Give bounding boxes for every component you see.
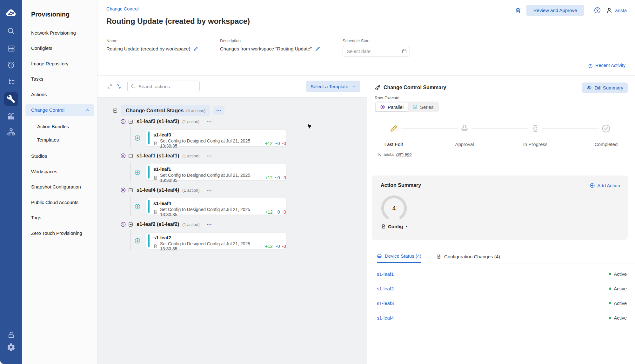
diff-modified: ~0 <box>275 141 280 146</box>
calendar-icon[interactable] <box>402 49 407 54</box>
action-card[interactable]: s1-leaf3 Set Config to Designed Config a… <box>146 129 286 146</box>
select-template-button[interactable]: Select a Template <box>306 81 360 92</box>
active-status-dot <box>609 302 611 304</box>
summary-title: Change Control Summary <box>384 85 446 90</box>
tree-connector <box>130 196 131 216</box>
sidebar-item-public-cloud-accounts[interactable]: Public Cloud Accounts <box>22 195 97 210</box>
action-card[interactable]: s1-leaf2 Set Config to Designed Config a… <box>146 232 286 249</box>
sidebar-item-change-control[interactable]: Change Control <box>25 104 94 116</box>
device-link[interactable]: s1-leaf1 <box>377 271 394 277</box>
sidebar-item-templates[interactable]: Templates <box>28 133 97 147</box>
collapse-root-icon[interactable] <box>113 108 117 113</box>
search-actions-input[interactable] <box>127 81 200 92</box>
edit-description-icon[interactable] <box>315 46 320 51</box>
edit-name-icon[interactable] <box>193 46 199 51</box>
device-row: s1-leaf2 Active <box>367 281 635 296</box>
root-stage-menu-button[interactable] <box>213 106 224 115</box>
series-action-icon <box>134 169 141 175</box>
collapse-stage-icon[interactable] <box>128 222 133 227</box>
stage-row: s1-leaf1 (s1-leaf1) (1 action) <box>120 150 367 161</box>
device-link[interactable]: s1-leaf4 <box>377 315 394 321</box>
network-hierarchy-icon[interactable] <box>7 77 16 86</box>
main-content: Change Control Routing Update (created b… <box>97 0 635 364</box>
action-accent-bar <box>148 200 150 213</box>
provisioning-wrench-icon[interactable] <box>6 94 16 104</box>
action-card[interactable]: s1-leaf4 Set Config to Designed Config a… <box>146 198 286 215</box>
stage-name[interactable]: s1-leaf1 (s1-leaf1) <box>137 153 179 159</box>
tab-device-status[interactable]: Device Status (4) <box>377 250 421 263</box>
review-and-approve-button[interactable]: Review and Approve <box>526 5 584 16</box>
search-actions-icon <box>130 84 136 89</box>
action-card[interactable]: s1-leaf1 Set Config to Designed Config a… <box>146 164 286 181</box>
search-icon[interactable] <box>7 27 16 36</box>
stage-name[interactable]: s1-leaf2 (s1-leaf2) <box>137 222 179 227</box>
sidebar-item-tags[interactable]: Tags <box>22 210 97 226</box>
device-link[interactable]: s1-leaf3 <box>377 301 394 306</box>
sidebar-item-image-repository[interactable]: Image Repository <box>22 56 97 71</box>
action-description: Set Config to Designed Config at Jul 21,… <box>160 138 261 149</box>
user-menu[interactable]: arista <box>606 7 627 14</box>
eye-icon <box>586 85 592 90</box>
root-stage-pill[interactable]: Change Control Stages (4 actions) <box>121 105 210 116</box>
config-legend-label: Config <box>388 224 403 229</box>
config-doc-icon <box>153 210 158 214</box>
sidebar-item-studios[interactable]: Studios <box>22 149 97 164</box>
sidebar-item-snapshot-configuration[interactable]: Snapshot Configuration <box>22 179 97 195</box>
sidebar-item-action-bundles[interactable]: Action Bundles <box>28 120 97 133</box>
help-icon[interactable] <box>594 7 601 14</box>
stage-count: (1 action) <box>182 222 199 227</box>
breadcrumb[interactable]: Change Control <box>106 6 139 11</box>
lock-icon[interactable] <box>7 331 16 340</box>
parallel-stage-icon <box>120 153 126 159</box>
device-row: s1-leaf4 Active <box>367 310 635 325</box>
config-legend: Config <box>381 224 407 229</box>
device-link[interactable]: s1-leaf2 <box>377 286 394 291</box>
device-status-list: s1-leaf1 Active s1-leaf2 Active s1-leaf3… <box>367 267 635 325</box>
diff-added: +12 <box>265 244 273 249</box>
stage-name[interactable]: s1-leaf3 (s1-leaf3) <box>137 119 179 124</box>
step-connector <box>542 129 599 129</box>
settings-gear-icon[interactable] <box>7 343 16 352</box>
sidebar-item-zero-touch-provisioning[interactable]: Zero Touch Provisioning <box>22 225 97 241</box>
series-option[interactable]: Series <box>408 103 438 111</box>
collapse-all-icon[interactable] <box>117 84 122 89</box>
collapse-stage-icon[interactable] <box>128 154 133 158</box>
events-alarm-icon[interactable] <box>7 61 16 69</box>
app-icon-rail <box>0 0 22 364</box>
collapse-stage-icon[interactable] <box>128 188 133 193</box>
stage-menu-button[interactable] <box>207 156 211 156</box>
sidebar-item-actions[interactable]: Actions <box>22 87 97 102</box>
recent-activity-link[interactable]: Recent Activity <box>588 63 625 68</box>
description-field: Description Changes from workspace "Rout… <box>220 38 343 56</box>
tree-connector <box>130 230 131 250</box>
topology-icon[interactable] <box>7 128 16 136</box>
diff-summary-button[interactable]: Diff Summary <box>582 83 628 93</box>
schedule-date-input[interactable] <box>343 46 410 56</box>
sidebar-item-network-provisioning[interactable]: Network Provisioning <box>22 25 97 41</box>
cloudvision-logo-icon[interactable] <box>5 8 17 18</box>
sidebar-item-tasks[interactable]: Tasks <box>22 71 97 87</box>
delete-icon[interactable] <box>515 7 522 14</box>
sidebar-item-configlets[interactable]: Configlets <box>22 41 97 56</box>
step-label: In Progress <box>510 142 561 147</box>
stage-count: (1 action) <box>182 154 199 158</box>
name-label: Name <box>106 38 220 43</box>
expand-all-icon[interactable] <box>107 84 112 89</box>
last-edit-time[interactable]: 28m ago <box>396 152 412 157</box>
collapse-stage-icon[interactable] <box>128 119 133 124</box>
stage-name[interactable]: s1-leaf4 (s1-leaf4) <box>137 187 179 193</box>
stage-menu-button[interactable] <box>207 121 211 122</box>
action-title: s1-leaf1 <box>153 166 286 172</box>
sidebar-item-label: Change Control <box>31 107 64 113</box>
stage-menu-button[interactable] <box>207 190 211 191</box>
change-control-subitems: Action Bundles Templates <box>28 120 97 147</box>
add-action-button[interactable]: Add Action <box>590 183 620 188</box>
tab-configuration-changes[interactable]: Configuration Changes (4) <box>437 250 500 263</box>
sidebar-item-workspaces[interactable]: Workspaces <box>22 164 97 179</box>
diff-deleted: -0 <box>282 209 286 215</box>
metrics-icon[interactable] <box>7 112 16 121</box>
devices-icon[interactable] <box>7 44 16 53</box>
parallel-stage-icon <box>120 222 126 227</box>
stage-menu-button[interactable] <box>207 224 211 225</box>
parallel-option[interactable]: Parallel <box>376 103 408 111</box>
